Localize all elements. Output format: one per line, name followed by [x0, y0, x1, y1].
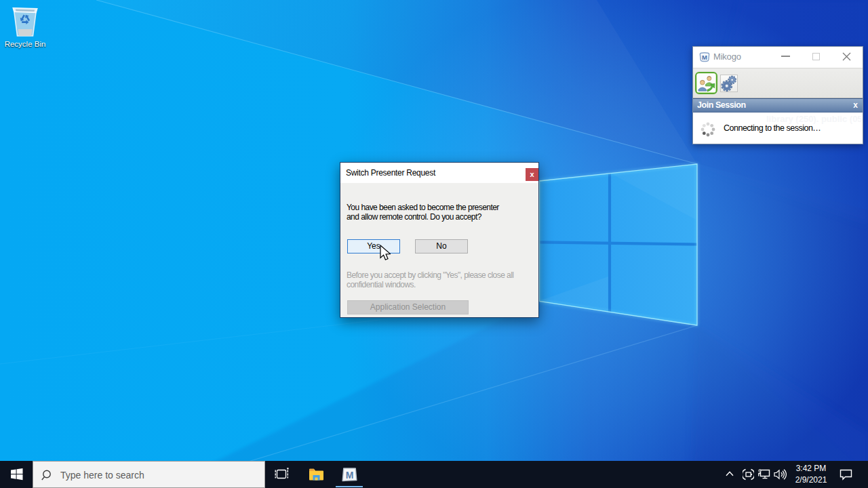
- svg-text:M: M: [702, 54, 707, 61]
- svg-text:M: M: [346, 470, 354, 481]
